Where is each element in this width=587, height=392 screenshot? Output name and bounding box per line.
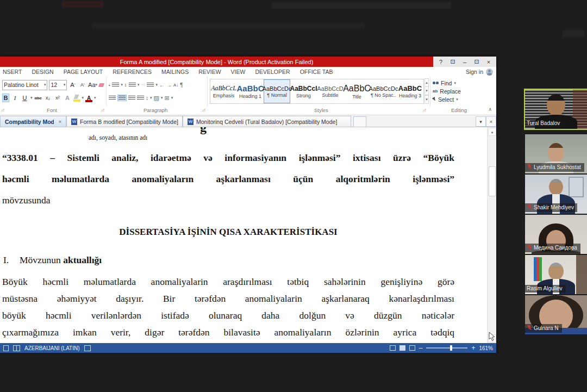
- more-styles-icon[interactable]: ▼: [424, 95, 429, 104]
- select-button[interactable]: Select ▾: [433, 95, 481, 103]
- shading-icon[interactable]: ▨: [154, 95, 159, 102]
- style-no-spacing[interactable]: AaBbCcDc ¶ No Spac...: [370, 79, 397, 103]
- align-right-icon[interactable]: [128, 96, 135, 101]
- participant-video[interactable]: Shakir Mehdiyev: [525, 175, 587, 214]
- styles-dialog-launcher-icon[interactable]: ◿: [423, 108, 426, 112]
- highlight-color-icon[interactable]: [73, 95, 80, 102]
- chevron-down-icon[interactable]: ▾: [94, 96, 96, 100]
- tab-design[interactable]: DESIGN: [27, 69, 58, 75]
- numbered-list-icon[interactable]: [129, 83, 136, 88]
- styles-gallery: AaBbCcL Emphasis AaBbC Heading 1 AaBbCcD…: [210, 79, 424, 104]
- clipped-text: ğ: [200, 127, 207, 135]
- chevron-down-icon[interactable]: ▾: [82, 96, 84, 100]
- help-icon[interactable]: ?: [436, 59, 445, 65]
- participant-name-label: Lyudmila Sukhostat: [525, 163, 584, 172]
- collapse-ribbon-icon[interactable]: ∧: [488, 107, 492, 112]
- ribbon-options-icon[interactable]: ⊡: [448, 58, 457, 65]
- align-left-icon[interactable]: [109, 96, 116, 101]
- zoom-slider[interactable]: [426, 347, 467, 349]
- clear-formatting-icon[interactable]: [98, 83, 105, 87]
- participant-video[interactable]: Rasim Alguliev: [525, 255, 587, 294]
- web-layout-icon[interactable]: [409, 345, 415, 351]
- participant-video[interactable]: Gulnara N: [525, 295, 587, 334]
- grow-font-button[interactable]: Aˆ: [68, 80, 77, 89]
- shrink-font-button[interactable]: Aˇ: [78, 80, 86, 89]
- zoom-level[interactable]: 161%: [479, 345, 493, 351]
- tab-office-tab[interactable]: OFFICE TAB: [295, 69, 338, 75]
- participant-video[interactable]: Медина Саидова: [525, 215, 587, 254]
- superscript-button[interactable]: x²: [54, 94, 62, 102]
- style-title[interactable]: AaBbC Title: [344, 79, 370, 103]
- font-group-label: Font: [47, 107, 57, 113]
- tab-view[interactable]: VIEW: [226, 69, 251, 75]
- font-name-combobox[interactable]: Palatino Linot ▾: [2, 80, 47, 90]
- font-dialog-launcher-icon[interactable]: ◿: [101, 108, 104, 112]
- borders-icon[interactable]: ⊞: [164, 95, 169, 102]
- subscript-button[interactable]: x₂: [44, 94, 52, 102]
- line-spacing-icon[interactable]: ↕: [146, 95, 148, 101]
- paragraph-dialog-launcher-icon[interactable]: ◿: [202, 108, 205, 112]
- underline-button[interactable]: U: [21, 94, 29, 102]
- zoom-out-button[interactable]: –: [419, 344, 423, 352]
- doc-tab-monitoring[interactable]: W Monitorinq Cedveli (Tural Badalov) [Co…: [183, 116, 351, 127]
- style-normal[interactable]: AaBbCcDc ¶ Normal: [264, 79, 290, 103]
- document-canvas[interactable]: ğ adı, soyadı, atasının adı “3338.01 – S…: [0, 127, 496, 343]
- tab-insert[interactable]: NSERT: [0, 69, 27, 75]
- bold-button[interactable]: B: [2, 94, 9, 102]
- pilcrow-icon[interactable]: ¶: [180, 82, 183, 88]
- style-heading-3[interactable]: AaBbC Heading 3: [397, 79, 423, 103]
- style-strong[interactable]: AaBbCcI Strong: [290, 79, 317, 103]
- tab-review[interactable]: REVIEW: [193, 69, 226, 75]
- tab-list-dropdown-icon[interactable]: ▾: [476, 116, 486, 127]
- strikethrough-button[interactable]: abc: [34, 94, 42, 102]
- zoom-slider-thumb[interactable]: [450, 345, 452, 351]
- minimize-icon[interactable]: –: [460, 59, 469, 65]
- replace-button[interactable]: ab Replace: [433, 87, 481, 95]
- vertical-scrollbar[interactable]: ▲ ▼: [487, 127, 496, 343]
- change-case-button[interactable]: Aa▾: [88, 80, 97, 89]
- proofing-icon[interactable]: [13, 345, 20, 351]
- tab-references[interactable]: REFERENCES: [108, 69, 157, 75]
- sort-icon[interactable]: A↓: [173, 83, 178, 88]
- justify-icon[interactable]: [137, 96, 144, 101]
- align-center-icon[interactable]: [117, 95, 127, 101]
- participant-name-label: Gulnara N: [525, 324, 562, 333]
- increase-indent-icon[interactable]: →: [166, 82, 172, 88]
- font-color-button[interactable]: A: [85, 95, 92, 101]
- macro-record-icon[interactable]: [84, 345, 91, 351]
- decrease-indent-icon[interactable]: ←: [159, 82, 165, 88]
- doc-tab-forma-b[interactable]: W Forma B modified [Compatibility Mode]: [66, 116, 183, 127]
- scroll-up-icon[interactable]: ▲: [488, 128, 496, 136]
- scroll-up-icon[interactable]: ▲: [424, 78, 429, 87]
- chevron-down-icon[interactable]: ▾: [30, 96, 33, 100]
- style-heading-1[interactable]: AaBbC Heading 1: [237, 79, 264, 103]
- language-indicator[interactable]: AZERBAIJANI (LATIN): [24, 345, 80, 351]
- style-subtitle[interactable]: AaBbCcD Subtitle: [317, 79, 344, 103]
- find-button[interactable]: Find ▾: [433, 79, 481, 87]
- new-tab-button[interactable]: [353, 116, 366, 127]
- bullet-list-icon[interactable]: [112, 83, 119, 88]
- close-icon[interactable]: ×: [484, 59, 493, 65]
- scroll-down-icon[interactable]: ▼: [424, 86, 429, 95]
- mic-muted-icon: [527, 325, 532, 332]
- tab-developer[interactable]: DEVELOPER: [250, 69, 295, 75]
- read-mode-icon[interactable]: [390, 345, 396, 351]
- close-tab-icon[interactable]: ×: [59, 119, 61, 125]
- restore-icon[interactable]: ⊡: [472, 58, 481, 65]
- scrollbar-thumb[interactable]: [489, 166, 496, 196]
- tab-page-layout[interactable]: PAGE LAYOUT: [59, 69, 108, 75]
- doc-tab-forma-a[interactable]: Compatibility Mode] ×: [0, 116, 66, 127]
- close-document-icon[interactable]: ×: [486, 116, 496, 127]
- zoom-in-button[interactable]: +: [471, 344, 475, 352]
- multilevel-list-icon[interactable]: [147, 83, 154, 88]
- page-info-icon[interactable]: [3, 345, 9, 351]
- participant-video[interactable]: Lyudmila Sukhostat: [525, 134, 587, 173]
- text-effects-button[interactable]: A: [64, 94, 72, 102]
- font-size-combobox[interactable]: 12 ▾: [49, 80, 67, 90]
- tab-mailings[interactable]: MAILINGS: [157, 69, 193, 75]
- style-emphasis[interactable]: AaBbCcL Emphasis: [210, 79, 237, 103]
- print-layout-icon[interactable]: [399, 345, 405, 351]
- participant-video[interactable]: Tural Badalov: [525, 90, 587, 129]
- sign-in[interactable]: Sign in: [466, 69, 496, 76]
- italic-button[interactable]: I: [11, 94, 19, 102]
